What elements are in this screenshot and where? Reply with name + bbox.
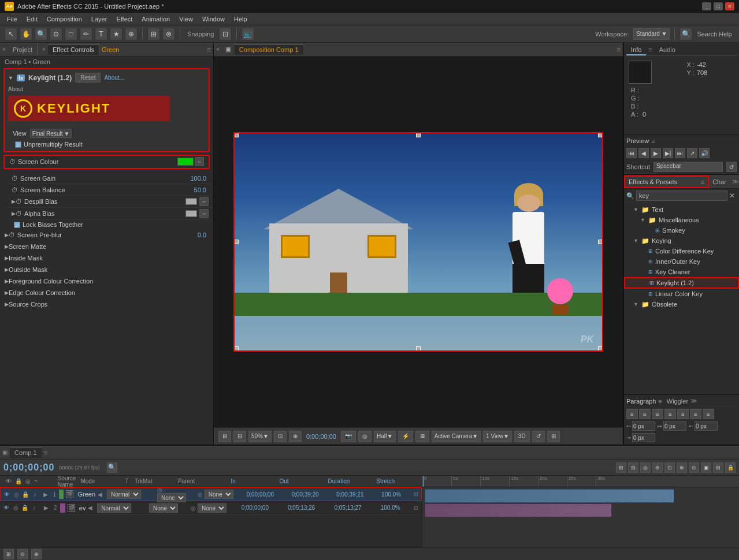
handle-bottom-right[interactable]	[598, 346, 603, 351]
comp-viewer[interactable]: PK	[214, 57, 623, 427]
search-help-btn[interactable]: 🔍	[679, 28, 692, 40]
source-crops-row[interactable]: ▶ Source Crops	[0, 298, 213, 310]
timeline-tab[interactable]: Comp 1	[10, 447, 42, 458]
despill-btn[interactable]: ↔	[199, 197, 209, 206]
layer-1-in[interactable]: 0;00;00;00	[246, 491, 291, 498]
parent-tool[interactable]: ⊗	[162, 28, 175, 40]
tl-tool-9[interactable]: ⊞	[713, 462, 723, 473]
char-tab[interactable]: Char	[709, 177, 730, 187]
prev-export-btn[interactable]: ↗	[687, 148, 697, 158]
info-tab[interactable]: Info	[626, 45, 646, 55]
alpha-swatch[interactable]	[185, 210, 197, 217]
comp-snap-btn[interactable]: ⊞	[547, 431, 560, 442]
indent-left-input[interactable]	[632, 421, 655, 431]
close-button[interactable]: ✕	[725, 2, 734, 10]
despill-swatch[interactable]	[185, 198, 197, 205]
handle-bottom-left[interactable]	[234, 346, 239, 351]
screen-btn[interactable]: 📺	[242, 28, 254, 40]
align-tool[interactable]: ⊞	[147, 28, 160, 40]
tl-tool-4[interactable]: ⊕	[652, 462, 663, 473]
effect-controls-tab-close[interactable]: ×	[42, 46, 46, 53]
space-after-input[interactable]	[632, 433, 655, 442]
layer-row-1[interactable]: 👁 ◎ 🔒 ♪ ▶ 1 🎬 Green ◀ Normal	[0, 487, 422, 501]
workspace-dropdown[interactable]: Standard ▼	[633, 28, 670, 40]
layer-2-solo[interactable]: ◎	[12, 504, 20, 512]
fg-colour-expand[interactable]: ▶	[5, 278, 9, 284]
source-crops-expand[interactable]: ▶	[5, 301, 9, 307]
maximize-button[interactable]: □	[714, 2, 723, 10]
layer-1-out[interactable]: 0;00;39;20	[290, 491, 335, 498]
tl-lock-icon[interactable]: 🔒	[725, 462, 736, 473]
comp-panel-menu[interactable]: ≡	[617, 46, 621, 54]
menu-window[interactable]: Window	[198, 14, 229, 24]
tl-tool-3[interactable]: ◎	[640, 462, 651, 473]
screen-gain-value[interactable]: 100.0	[190, 175, 206, 182]
info-menu-icon[interactable]: ≡	[646, 45, 654, 55]
layer-1-eye[interactable]: 👁	[3, 490, 11, 498]
tl-bottom-btn-3[interactable]: ⊕	[31, 549, 42, 559]
indent-right-input[interactable]	[663, 421, 686, 431]
menu-effect[interactable]: Effect	[112, 14, 137, 24]
effects-presets-tab[interactable]: Effects & Presets	[629, 178, 699, 185]
menu-view[interactable]: View	[174, 14, 198, 24]
tl-tool-5[interactable]: ⊡	[664, 462, 675, 473]
type-tool[interactable]: T	[95, 28, 107, 40]
menu-composition[interactable]: Composition	[42, 14, 87, 24]
project-tab-close[interactable]: ×	[2, 46, 6, 53]
view-dropdown[interactable]: Final Result ▼	[30, 129, 72, 138]
preblur-value[interactable]: 0.0	[198, 232, 206, 238]
align-center-btn[interactable]: ≡	[639, 409, 651, 419]
comp-tab-close[interactable]: ×	[216, 46, 220, 53]
handle-top-mid[interactable]	[416, 133, 421, 137]
layer-2-out[interactable]: 0;05;13;26	[287, 505, 333, 511]
justify-right-btn[interactable]: ≡	[690, 409, 701, 419]
effects-menu-icon[interactable]: ≡	[701, 178, 704, 185]
obsolete-category-item[interactable]: ▼ 📁 Obsolete	[624, 299, 739, 309]
tl-tool-8[interactable]: ▣	[701, 462, 711, 473]
obsolete-expand-arrow[interactable]: ▼	[633, 301, 639, 307]
inside-mask-row[interactable]: ▶ Inside Mask	[0, 252, 213, 264]
layer-1-solo[interactable]: ◎	[12, 490, 20, 498]
outside-mask-expand[interactable]: ▶	[5, 267, 9, 272]
layer-row-2[interactable]: 👁 ◎ 🔒 ♪ ▶ 2 🎬 ev ◀ Normal	[0, 501, 422, 515]
smokey-item[interactable]: ⊞ Smokey	[624, 225, 739, 236]
timeline-timecode[interactable]: 0;00;00;00	[3, 462, 54, 473]
layer-1-mode-dropdown[interactable]: Normal	[107, 490, 141, 499]
outside-mask-row[interactable]: ▶ Outside Mask	[0, 264, 213, 275]
misc-expand-arrow[interactable]: ▼	[640, 217, 646, 223]
paragraph-tab[interactable]: Paragraph	[626, 398, 656, 405]
layer-1-duration[interactable]: 0;00;39;21	[335, 491, 380, 498]
timeline-menu-icon[interactable]: ≡	[44, 449, 47, 456]
prev-step-fwd-btn[interactable]: ▶|	[663, 148, 673, 158]
effect-expand-arrow[interactable]: ▼	[8, 75, 13, 81]
layer-1-bar[interactable]	[425, 489, 674, 503]
comp-motion-blur-btn[interactable]: ◎	[358, 431, 372, 442]
key-cleaner-item[interactable]: ⊞ Key Cleaner	[624, 267, 739, 277]
minimize-button[interactable]: _	[702, 2, 711, 10]
despill-bias-expand[interactable]: ▶	[12, 199, 16, 204]
layer-2-mode-dropdown[interactable]: Normal	[97, 503, 131, 513]
comp-3d-btn[interactable]: 3D	[514, 431, 530, 442]
pen-tool[interactable]: ✏	[80, 28, 92, 40]
screen-colour-stopwatch[interactable]: ⏱	[9, 158, 16, 165]
prev-first-frame-btn[interactable]: ⏮	[626, 148, 637, 158]
project-tab[interactable]: Project	[8, 44, 38, 55]
screen-matte-row[interactable]: ▶ Screen Matte	[0, 241, 213, 252]
camera-orbit-tool[interactable]: ⊙	[50, 28, 62, 40]
justify-all-btn[interactable]: ≡	[703, 409, 714, 419]
views-dropdown[interactable]: 1 View ▼	[483, 431, 512, 442]
tl-tool-1[interactable]: ⊞	[616, 462, 626, 473]
handle-top-right[interactable]	[598, 133, 603, 137]
inside-mask-expand[interactable]: ▶	[5, 255, 9, 261]
layer-2-audio[interactable]: ♪	[30, 504, 38, 512]
layer-1-switch-icon[interactable]: ⊡	[414, 491, 418, 497]
alpha-bias-expand[interactable]: ▶	[12, 211, 16, 216]
menu-animation[interactable]: Animation	[137, 14, 174, 24]
unpremultiply-checkbox[interactable]: ✓	[15, 141, 21, 148]
wiggler-tab[interactable]: Wiggler	[667, 398, 688, 405]
screen-preblur-row[interactable]: ▶ ⏱ Screen Pre-blur 0.0	[0, 229, 213, 241]
handle-top-left[interactable]	[234, 133, 239, 137]
alpha-bias-btn[interactable]: ↔	[199, 209, 209, 218]
layer-2-eye[interactable]: 👁	[2, 504, 10, 512]
audio-tab[interactable]: Audio	[655, 45, 680, 55]
